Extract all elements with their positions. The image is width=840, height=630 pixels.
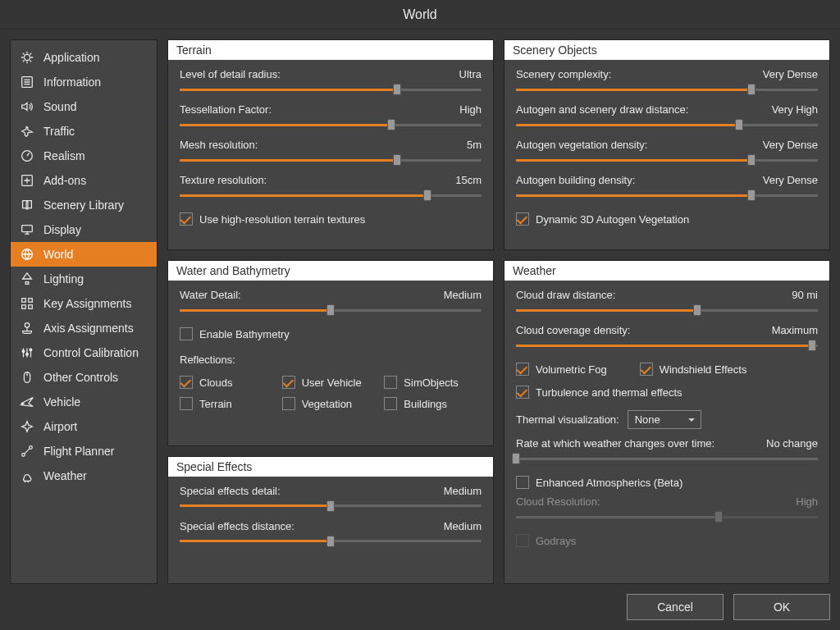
sidebar-item-information[interactable]: Information (11, 70, 157, 94)
slider-value: Very Dense (763, 68, 818, 80)
panel-header: Weather (504, 261, 829, 281)
slider-track[interactable] (180, 84, 482, 95)
slider-terrain-0: Level of detail radius:Ultra (180, 68, 482, 95)
checkbox-box (282, 376, 295, 389)
ok-button[interactable]: OK (733, 594, 830, 620)
slider-track[interactable] (516, 304, 818, 316)
sidebar-item-other-ctrl[interactable]: Other Controls (11, 365, 157, 390)
svg-point-10 (25, 323, 29, 327)
slider-label: Autogen and scenery draw distance: (516, 103, 688, 116)
slider-track[interactable] (516, 119, 818, 130)
slider-track[interactable] (516, 154, 818, 166)
sidebar-item-vehicle[interactable]: Vehicle (11, 390, 157, 414)
checkbox-dynamic-autogen[interactable]: Dynamic 3D Autogen Vegetation (516, 212, 818, 226)
slider-label: Tessellation Factor: (180, 103, 272, 116)
slider-track[interactable] (516, 340, 818, 351)
svg-point-0 (24, 54, 30, 60)
sidebar-item-control-cal[interactable]: Control Calibration (11, 340, 157, 365)
slider-value: Very Dense (763, 174, 818, 186)
slider-handle[interactable] (693, 304, 701, 316)
slider-track[interactable] (516, 453, 818, 464)
sidebar-item-application[interactable]: Application (11, 45, 157, 70)
airplane-icon (19, 394, 35, 410)
slider-handle[interactable] (393, 154, 401, 166)
cancel-button[interactable]: Cancel (627, 594, 724, 620)
slider-handle[interactable] (387, 119, 395, 130)
checkbox-reflect-buildings[interactable]: Buildings (384, 397, 482, 410)
sidebar-item-traffic[interactable]: Traffic (11, 119, 157, 144)
sidebar-item-display[interactable]: Display (11, 217, 157, 242)
checkbox-label: User Vehicle (302, 377, 362, 389)
sidebar-item-label: Information (43, 75, 101, 89)
sidebar-item-key-assign[interactable]: Key Assignments (11, 291, 157, 316)
slider-value: 15cm (455, 174, 482, 186)
checkbox-label: Enable Bathymetry (199, 328, 290, 340)
sidebar-item-sound[interactable]: Sound (11, 94, 157, 119)
sidebar-item-realism[interactable]: Realism (11, 144, 157, 168)
checkbox-enhanced-atmospherics[interactable]: Enhanced Atmospherics (Beta) (516, 476, 818, 489)
slider-handle[interactable] (326, 536, 335, 547)
checkbox-volumetric-fog[interactable]: Volumetric Fog (516, 363, 607, 376)
slider-track[interactable] (180, 536, 482, 547)
slider-value: High (796, 495, 818, 508)
slider-track[interactable] (180, 304, 482, 316)
sidebar-item-flight-plan[interactable]: Flight Planner (11, 439, 157, 463)
sidebar-item-axis-assign[interactable]: Axis Assignments (11, 316, 157, 340)
slider-terrain-2: Mesh resolution:5m (180, 139, 482, 166)
slider-label: Level of detail radius: (180, 68, 281, 80)
checkbox-label: Terrain (199, 398, 232, 410)
checkbox-label: Volumetric Fog (536, 363, 607, 376)
checkbox-box (516, 534, 529, 547)
slider-handle (714, 511, 723, 523)
slider-label: Cloud coverage density: (516, 324, 630, 336)
sidebar-item-world[interactable]: World (11, 242, 157, 267)
checkbox-reflect-simobjects[interactable]: SimObjects (384, 376, 482, 389)
slider-handle[interactable] (423, 189, 431, 201)
slider-track[interactable] (180, 189, 482, 201)
slider-handle[interactable] (747, 189, 756, 201)
list-icon (19, 74, 35, 90)
sidebar-item-label: Flight Planner (43, 445, 114, 458)
checkbox-hires-textures[interactable]: Use high-resolution terrain textures (180, 212, 482, 226)
sidebar-item-label: Traffic (43, 125, 75, 138)
slider-track[interactable] (516, 189, 818, 201)
slider-value: 5m (467, 139, 482, 151)
sidebar-item-addons[interactable]: Add-ons (11, 168, 157, 193)
sidebar-item-scenery-lib[interactable]: Scenery Library (11, 193, 157, 217)
thermal-viz-select[interactable]: None (628, 410, 701, 429)
checkbox-reflect-terrain[interactable]: Terrain (180, 397, 277, 410)
checkbox-windshield[interactable]: Windshield Effects (640, 363, 747, 376)
sidebar-item-weather[interactable]: Weather (11, 463, 157, 488)
slider-handle[interactable] (512, 453, 520, 464)
slider-label: Autogen building density: (516, 174, 635, 186)
slider-handle[interactable] (747, 84, 756, 95)
svg-point-11 (22, 350, 25, 353)
slider-track[interactable] (180, 500, 482, 512)
slider-track[interactable] (180, 154, 482, 166)
checkbox-box (384, 397, 397, 410)
slider-handle[interactable] (326, 304, 335, 316)
slider-track[interactable] (180, 119, 482, 130)
slider-label: Water Detail: (180, 289, 241, 301)
slider-handle[interactable] (326, 500, 335, 512)
sidebar-item-label: Realism (43, 149, 85, 162)
svg-rect-6 (22, 299, 26, 303)
slider-label: Texture resolution: (180, 174, 267, 186)
select-label: Thermal visualization: (516, 413, 619, 426)
checkbox-reflect-vegetation[interactable]: Vegetation (282, 397, 380, 410)
panel-header: Scenery Objects (504, 40, 829, 60)
checkbox-turbulence[interactable]: Turbulence and thermal effects (516, 386, 818, 399)
slider-handle[interactable] (808, 340, 816, 351)
slider-handle[interactable] (747, 154, 756, 166)
checkbox-reflect-user-vehicle[interactable]: User Vehicle (282, 376, 380, 389)
sidebar-item-airport[interactable]: Airport (11, 414, 157, 439)
sidebar-item-lighting[interactable]: Lighting (11, 267, 157, 291)
sidebar-item-label: Sound (43, 100, 76, 113)
checkbox-bathymetry[interactable]: Enable Bathymetry (180, 327, 482, 340)
footer: Cancel OK (0, 584, 840, 630)
slider-track[interactable] (516, 84, 818, 95)
slider-handle[interactable] (735, 119, 743, 130)
checkbox-reflect-clouds[interactable]: Clouds (180, 376, 277, 389)
slider-value: Medium (444, 520, 482, 532)
slider-handle[interactable] (393, 84, 401, 95)
